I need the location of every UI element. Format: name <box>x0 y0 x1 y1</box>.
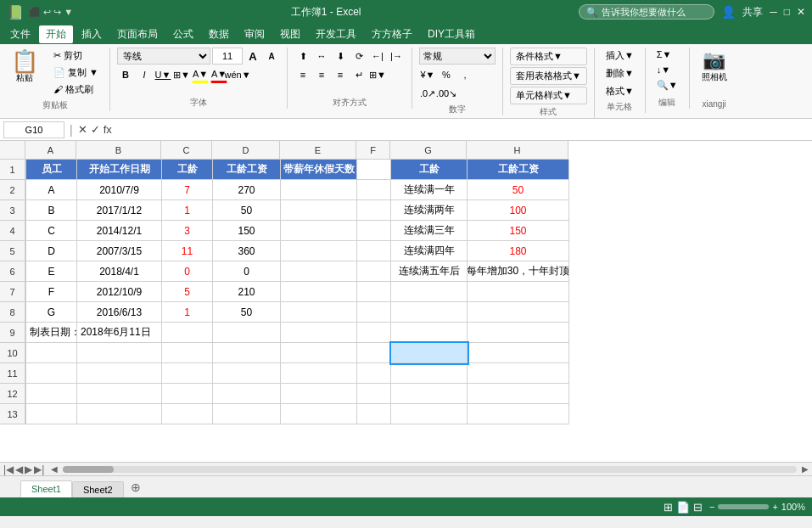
menu-dev-tools[interactable]: 开发工具 <box>309 25 363 43</box>
menu-data[interactable]: 数据 <box>202 25 236 43</box>
italic-button[interactable]: I <box>136 66 153 83</box>
cell-6-8[interactable]: 每年增加30，十年封顶 <box>468 261 569 282</box>
cell-10-4[interactable] <box>213 343 281 363</box>
cell-8-7[interactable] <box>391 302 468 323</box>
share-label[interactable]: 共享 <box>742 5 763 20</box>
sheet-nav-prev[interactable]: ◀ <box>15 463 23 475</box>
cancel-formula-icon[interactable]: ✕ <box>78 123 87 136</box>
find-button[interactable]: 🔍▼ <box>652 78 682 93</box>
col-header-d[interactable]: D <box>212 141 280 160</box>
zoom-out-button[interactable]: − <box>709 502 714 512</box>
cell-11-5[interactable] <box>281 363 357 384</box>
decimal-increase-button[interactable]: .0↗ <box>419 85 436 102</box>
cell-9-5[interactable] <box>281 323 357 343</box>
cell-4-4[interactable]: 150 <box>213 221 281 241</box>
percent-button[interactable]: % <box>438 66 455 83</box>
page-break-view-button[interactable]: ⊟ <box>693 501 703 514</box>
cell-6-2[interactable]: 2018/4/1 <box>77 261 162 282</box>
cell-2-4[interactable]: 270 <box>213 180 281 200</box>
cell-10-1[interactable] <box>26 343 77 363</box>
cell-9-7[interactable] <box>391 323 468 343</box>
zoom-level[interactable]: 100% <box>781 502 805 512</box>
cell-7-5[interactable] <box>281 282 357 302</box>
cell-8-6[interactable] <box>357 302 391 323</box>
sheet-tab-sheet2[interactable]: Sheet2 <box>72 481 124 497</box>
number-format-select[interactable]: 常规 <box>419 48 496 65</box>
row-header-9[interactable]: 9 <box>0 323 25 343</box>
cell-2-2[interactable]: 2010/7/9 <box>77 180 162 200</box>
cell-6-6[interactable] <box>357 261 391 282</box>
insert-function-icon[interactable]: fx <box>104 123 112 136</box>
copy-button[interactable]: 📄 复制 ▼ <box>49 65 103 81</box>
cell-9-3[interactable] <box>162 323 213 343</box>
formula-input[interactable] <box>115 124 809 136</box>
bold-button[interactable]: B <box>117 66 134 83</box>
menu-formula[interactable]: 公式 <box>166 25 200 43</box>
cell-2-7[interactable]: 连续满一年 <box>391 180 468 200</box>
cell-7-6[interactable] <box>357 282 391 302</box>
h-scroll-thumb[interactable] <box>63 466 114 473</box>
cell-6-4[interactable]: 0 <box>213 261 281 282</box>
indent-increase-button[interactable]: |→ <box>388 48 405 65</box>
cell-1-2[interactable]: 开始工作日期 <box>77 160 162 180</box>
cell-10-8[interactable] <box>468 343 569 363</box>
cell-3-2[interactable]: 2017/1/12 <box>77 200 162 221</box>
cell-11-3[interactable] <box>162 363 213 384</box>
cell-8-3[interactable]: 1 <box>162 302 213 323</box>
cell-12-3[interactable] <box>162 384 213 404</box>
cell-1-5[interactable]: 带薪年休假天数 <box>281 160 357 180</box>
fill-color-button[interactable]: A▼ <box>192 66 209 83</box>
cell-10-3[interactable] <box>162 343 213 363</box>
page-layout-view-button[interactable]: 📄 <box>676 501 690 514</box>
cell-2-6[interactable] <box>357 180 391 200</box>
cell-11-1[interactable] <box>26 363 77 384</box>
cell-reference-input[interactable] <box>3 121 64 138</box>
zoom-in-button[interactable]: + <box>772 502 777 512</box>
menu-file[interactable]: 文件 <box>3 25 37 43</box>
sheet-nav-next[interactable]: ▶ <box>25 463 32 475</box>
col-header-g[interactable]: G <box>390 141 467 160</box>
cell-9-2[interactable]: 2018年6月11日 <box>77 323 162 343</box>
cell-8-5[interactable] <box>281 302 357 323</box>
menu-review[interactable]: 审阅 <box>238 25 272 43</box>
cell-4-6[interactable] <box>357 221 391 241</box>
cell-9-8[interactable] <box>468 323 569 343</box>
sort-button[interactable]: ↓▼ <box>652 63 682 76</box>
align-left-button[interactable]: ≡ <box>294 66 311 83</box>
cell-2-5[interactable] <box>281 180 357 200</box>
cell-13-6[interactable] <box>357 404 391 424</box>
cell-13-1[interactable] <box>26 404 77 424</box>
confirm-formula-icon[interactable]: ✓ <box>91 123 100 136</box>
menu-fangge[interactable]: 方方格子 <box>365 25 419 43</box>
cell-7-1[interactable]: F <box>26 282 77 302</box>
cell-1-7[interactable]: 工龄 <box>391 160 468 180</box>
row-header-11[interactable]: 11 <box>0 363 25 384</box>
cell-2-8[interactable]: 50 <box>468 180 569 200</box>
cell-11-7[interactable] <box>391 363 468 384</box>
paste-button[interactable]: 📋 粘贴 <box>7 48 42 87</box>
cell-9-4[interactable] <box>213 323 281 343</box>
sheet-tab-sheet1[interactable]: Sheet1 <box>20 480 72 497</box>
row-header-8[interactable]: 8 <box>0 302 25 323</box>
border-button[interactable]: ⊞▼ <box>173 66 190 83</box>
cell-1-3[interactable]: 工龄 <box>162 160 213 180</box>
row-header-12[interactable]: 12 <box>0 384 25 404</box>
cell-10-7[interactable] <box>391 343 468 363</box>
cell-6-1[interactable]: E <box>26 261 77 282</box>
cell-5-8[interactable]: 180 <box>468 241 569 261</box>
zoom-slider[interactable] <box>718 504 769 509</box>
cell-7-4[interactable]: 210 <box>213 282 281 302</box>
cell-7-3[interactable]: 5 <box>162 282 213 302</box>
cell-3-1[interactable]: B <box>26 200 77 221</box>
cell-12-2[interactable] <box>77 384 162 404</box>
font-name-select[interactable]: 等线 <box>117 48 210 65</box>
wrap-text-button[interactable]: ↵ <box>350 66 367 83</box>
cell-4-8[interactable]: 150 <box>468 221 569 241</box>
cut-button[interactable]: ✂ 剪切 <box>49 48 103 64</box>
cell-7-2[interactable]: 2012/10/9 <box>77 282 162 302</box>
col-header-h[interactable]: H <box>467 141 568 160</box>
user-icon[interactable]: 👤 <box>721 5 736 19</box>
row-header-3[interactable]: 3 <box>0 200 25 221</box>
camera-button[interactable]: 📷 照相机 <box>697 48 732 85</box>
cell-6-5[interactable] <box>281 261 357 282</box>
